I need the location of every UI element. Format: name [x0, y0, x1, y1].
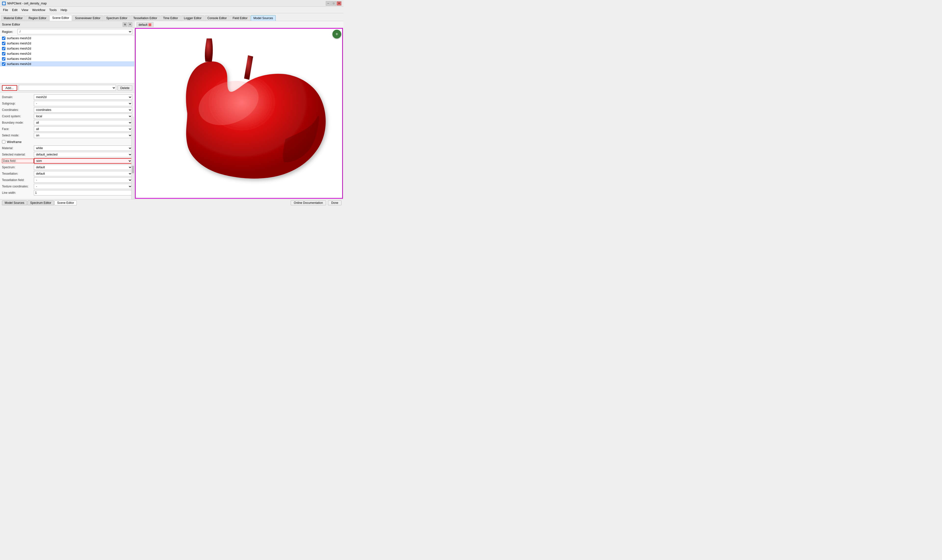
- menu-file[interactable]: File: [1, 7, 10, 13]
- selected-material-select[interactable]: default_selected: [34, 152, 132, 157]
- window-title: MAPClient - cell_density_map: [8, 2, 47, 5]
- coordinates-select[interactable]: coordinates: [34, 107, 132, 112]
- tab-sceneviewer-editor[interactable]: Sceneviewer Editor: [72, 15, 103, 21]
- coord-system-select[interactable]: local: [34, 114, 132, 119]
- texture-coords-select[interactable]: -: [34, 184, 132, 189]
- menu-edit[interactable]: Edit: [10, 7, 19, 13]
- face-select[interactable]: all: [34, 126, 132, 132]
- spectrum-select[interactable]: default: [34, 165, 132, 170]
- item-checkbox-0[interactable]: [2, 37, 5, 40]
- item-checkbox-4[interactable]: [2, 57, 5, 61]
- item-checkbox-1[interactable]: [2, 42, 5, 45]
- tab-console-editor[interactable]: Console Editor: [205, 15, 229, 21]
- bottom-tabs: Model Sources Spectrum Editor Scene Edit…: [2, 200, 77, 205]
- tessellation-field-select[interactable]: -: [34, 177, 132, 183]
- tab-region-editor[interactable]: Region Editor: [26, 15, 49, 21]
- coord-system-row: Coord system: local: [0, 113, 134, 120]
- tessellation-select[interactable]: default: [34, 171, 132, 176]
- select-mode-label: Select mode:: [2, 134, 34, 137]
- add-button[interactable]: Add...: [2, 85, 17, 91]
- menu-workflow[interactable]: Workflow: [30, 7, 47, 13]
- tab-model-sources[interactable]: Model Sources: [251, 15, 276, 21]
- viewer-add-button[interactable]: +: [332, 30, 341, 38]
- online-docs-button[interactable]: Online Documentation: [291, 200, 326, 205]
- close-button[interactable]: ✕: [337, 1, 342, 6]
- panel-float-button[interactable]: ⧉: [123, 22, 127, 27]
- subgroup-select[interactable]: -: [34, 101, 132, 106]
- line-width-label: Line width:: [2, 191, 34, 194]
- line-width-input[interactable]: [34, 190, 132, 195]
- scene-editor-title: Scene Editor: [2, 23, 20, 26]
- pylorus-tube: [244, 55, 253, 80]
- viewer-tab-default[interactable]: default ✕: [136, 22, 154, 27]
- region-row: Region: /: [0, 28, 134, 35]
- tab-scene-editor[interactable]: Scene Editor: [49, 15, 72, 21]
- material-select[interactable]: white: [34, 145, 132, 151]
- bottom-tab-scene-editor[interactable]: Scene Editor: [54, 200, 77, 205]
- region-label: Region:: [2, 30, 15, 34]
- tessellation-field-label: Tessellation field:: [2, 178, 34, 182]
- item-checkbox-5[interactable]: [2, 62, 5, 66]
- esophagus-tube: [205, 38, 213, 62]
- list-item-selected[interactable]: surfaces mesh2d: [0, 62, 134, 66]
- panel-close-button[interactable]: ✕: [128, 22, 132, 27]
- menubar: File Edit View Workflow Tools Help: [0, 7, 343, 13]
- minimize-button[interactable]: ─: [326, 1, 331, 6]
- viewer-panel: default ✕: [134, 21, 343, 199]
- item-checkbox-2[interactable]: [2, 47, 5, 50]
- viewer-tab-close[interactable]: ✕: [148, 23, 151, 26]
- boundary-mode-select[interactable]: all: [34, 120, 132, 125]
- stomach-visualization: [135, 29, 342, 198]
- bottom-tab-spectrum-editor[interactable]: Spectrum Editor: [28, 200, 54, 205]
- region-select[interactable]: /: [17, 29, 132, 34]
- plus-icon: +: [336, 32, 338, 37]
- bottom-tab-model-sources[interactable]: Model Sources: [2, 200, 27, 205]
- tab-spectrum-editor[interactable]: Spectrum Editor: [103, 15, 130, 21]
- list-item[interactable]: surfaces mesh2d: [0, 56, 134, 62]
- scrollbar-track[interactable]: [131, 117, 134, 199]
- menu-help[interactable]: Help: [58, 7, 69, 13]
- maximize-button[interactable]: □: [331, 1, 336, 6]
- menu-view[interactable]: View: [19, 7, 30, 13]
- done-button[interactable]: Done: [328, 200, 342, 205]
- data-field-label: Data field:: [2, 159, 34, 163]
- subgroup-label: Subgroup:: [2, 102, 34, 105]
- texture-coords-row: Texture coordinates: -: [0, 183, 134, 189]
- tessellation-field-row: Tessellation field: -: [0, 177, 134, 183]
- coordinates-label: Coordinates:: [2, 108, 34, 112]
- item-checkbox-3[interactable]: [2, 52, 5, 55]
- wireframe-checkbox[interactable]: [2, 140, 5, 143]
- material-label: Material:: [2, 146, 34, 150]
- viewer-tabbar: default ✕: [134, 21, 343, 28]
- list-item[interactable]: surfaces mesh2d: [0, 41, 134, 46]
- material-row: Material: white: [0, 145, 134, 151]
- panel-controls: ⧉ ✕: [123, 22, 132, 27]
- boundary-mode-label: Boundary mode:: [2, 121, 34, 125]
- main-content: Scene Editor ⧉ ✕ Region: / surfaces mesh…: [0, 21, 343, 199]
- scrollbar-thumb[interactable]: [132, 166, 134, 173]
- tab-material-editor[interactable]: Material Editor: [1, 15, 25, 21]
- item-label-4: surfaces mesh2d: [7, 57, 31, 61]
- item-label-2: surfaces mesh2d: [7, 47, 31, 50]
- domain-select[interactable]: mesh2d: [34, 94, 132, 100]
- select-mode-row: Select mode: on: [0, 132, 134, 138]
- tab-tessellation-editor[interactable]: Tessellation Editor: [131, 15, 160, 21]
- list-item[interactable]: surfaces mesh2d: [0, 35, 134, 41]
- list-item[interactable]: surfaces mesh2d: [0, 51, 134, 56]
- item-label-0: surfaces mesh2d: [7, 36, 31, 40]
- add-type-select[interactable]: [18, 85, 116, 91]
- selected-material-label: Selected material:: [2, 153, 34, 156]
- list-item[interactable]: surfaces mesh2d: [0, 46, 134, 51]
- tab-time-editor[interactable]: Time Editor: [160, 15, 181, 21]
- properties-panel: Domain: mesh2d Subgroup: - Coordinates:: [0, 92, 134, 199]
- tab-logger-editor[interactable]: Logger Editor: [181, 15, 204, 21]
- data-field-select[interactable]: som: [34, 158, 132, 164]
- item-label-1: surfaces mesh2d: [7, 42, 31, 45]
- delete-button[interactable]: Delete: [117, 85, 132, 91]
- wireframe-row: Wireframe: [0, 138, 134, 145]
- menu-tools[interactable]: Tools: [47, 7, 58, 13]
- select-mode-select[interactable]: on: [34, 133, 132, 138]
- svg-point-0: [3, 2, 5, 5]
- tessellation-row: Tessellation: default: [0, 171, 134, 177]
- tab-field-editor[interactable]: Field Editor: [230, 15, 250, 21]
